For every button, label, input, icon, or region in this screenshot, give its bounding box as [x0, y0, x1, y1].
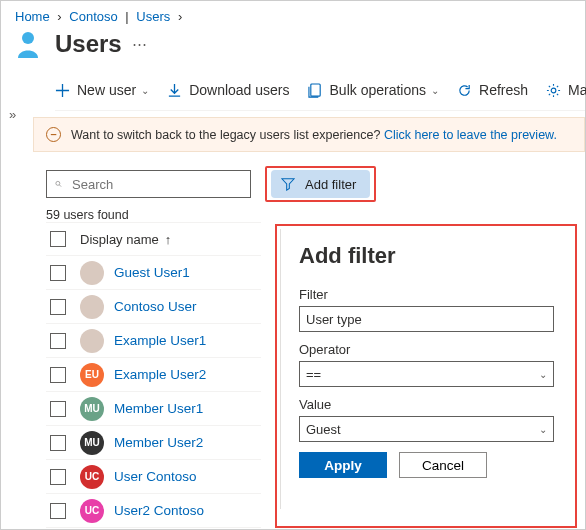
- add-filter-label: Add filter: [305, 177, 356, 192]
- bulk-label: Bulk operations: [330, 82, 427, 98]
- operator-field-label: Operator: [299, 342, 554, 357]
- add-filter-panel-highlight: Add filter Filter User type Operator == …: [275, 224, 577, 528]
- collapse-banner-icon[interactable]: –: [46, 127, 61, 142]
- row-checkbox[interactable]: [50, 469, 66, 485]
- table-row: Guest User1: [46, 256, 261, 290]
- chevron-down-icon: ⌄: [431, 85, 439, 96]
- download-users-button[interactable]: Download users: [167, 82, 289, 98]
- select-all-checkbox[interactable]: [50, 231, 66, 247]
- cancel-button[interactable]: Cancel: [399, 452, 487, 478]
- apply-button[interactable]: Apply: [299, 452, 387, 478]
- table-row: EUExample User2: [46, 358, 261, 392]
- operator-select[interactable]: == ⌄: [299, 361, 554, 387]
- user-link[interactable]: Contoso User: [114, 299, 197, 314]
- avatar: UC: [80, 499, 104, 523]
- filter-field-value: User type: [306, 312, 362, 327]
- breadcrumb-sep: ›: [178, 9, 182, 24]
- refresh-button[interactable]: Refresh: [457, 82, 528, 98]
- breadcrumb: Home › Contoso | Users ›: [1, 1, 585, 24]
- table-header: Display name ↑: [46, 222, 261, 256]
- user-link[interactable]: Guest User1: [114, 265, 190, 280]
- svg-point-3: [56, 181, 60, 185]
- bulk-icon: [308, 83, 323, 98]
- plus-icon: [55, 83, 70, 98]
- svg-rect-1: [310, 83, 319, 95]
- filter-icon: [281, 177, 295, 191]
- user-link[interactable]: Example User2: [114, 367, 206, 382]
- download-icon: [167, 83, 182, 98]
- operator-value: ==: [306, 367, 321, 382]
- breadcrumb-sep: |: [125, 9, 128, 24]
- table-row: UCUser2 Contoso: [46, 494, 261, 528]
- banner-text: Want to switch back to the legacy users …: [71, 128, 384, 142]
- leave-preview-link[interactable]: Click here to leave the preview.: [384, 128, 557, 142]
- add-filter-button[interactable]: Add filter: [271, 170, 370, 198]
- avatar: EU: [80, 363, 104, 387]
- row-checkbox[interactable]: [50, 401, 66, 417]
- panel-title: Add filter: [299, 243, 554, 269]
- display-name-column-header[interactable]: Display name ↑: [80, 232, 171, 247]
- user-link[interactable]: User2 Contoso: [114, 503, 204, 518]
- filter-field-label: Filter: [299, 287, 554, 302]
- users-table: Display name ↑ Guest User1Contoso UserEx…: [46, 222, 261, 528]
- avatar: MU: [80, 431, 104, 455]
- value-value: Guest: [306, 422, 341, 437]
- search-input[interactable]: [70, 176, 242, 193]
- chevron-down-icon: ⌄: [539, 424, 547, 435]
- row-checkbox[interactable]: [50, 435, 66, 451]
- svg-point-2: [551, 88, 556, 93]
- display-name-label: Display name: [80, 232, 159, 247]
- manage-button[interactable]: Mar: [546, 82, 586, 98]
- download-label: Download users: [189, 82, 289, 98]
- chevron-down-icon: ⌄: [141, 85, 149, 96]
- table-row: MUMember User2: [46, 426, 261, 460]
- row-checkbox[interactable]: [50, 333, 66, 349]
- add-filter-highlight: Add filter: [265, 166, 376, 202]
- expand-sidebar-icon[interactable]: »: [9, 107, 16, 122]
- user-link[interactable]: User Contoso: [114, 469, 197, 484]
- refresh-label: Refresh: [479, 82, 528, 98]
- user-link[interactable]: Member User1: [114, 401, 203, 416]
- bulk-operations-button[interactable]: Bulk operations ⌄: [308, 82, 440, 98]
- gear-icon: [546, 83, 561, 98]
- result-count: 59 users found: [46, 208, 585, 222]
- breadcrumb-section[interactable]: Users: [136, 9, 170, 24]
- avatar: MU: [80, 397, 104, 421]
- user-icon: [15, 30, 41, 58]
- sort-asc-icon: ↑: [165, 232, 172, 247]
- user-link[interactable]: Example User1: [114, 333, 206, 348]
- avatar: [80, 329, 104, 353]
- table-row: MUMember User1: [46, 392, 261, 426]
- breadcrumb-sep: ›: [57, 9, 61, 24]
- value-select[interactable]: Guest ⌄: [299, 416, 554, 442]
- preview-banner: – Want to switch back to the legacy user…: [33, 117, 585, 152]
- avatar: [80, 261, 104, 285]
- search-box[interactable]: [46, 170, 251, 198]
- table-row: Contoso User: [46, 290, 261, 324]
- row-checkbox[interactable]: [50, 503, 66, 519]
- new-user-button[interactable]: New user ⌄: [55, 82, 149, 98]
- avatar: UC: [80, 465, 104, 489]
- refresh-icon: [457, 83, 472, 98]
- new-user-label: New user: [77, 82, 136, 98]
- value-field-label: Value: [299, 397, 554, 412]
- add-filter-panel: Add filter Filter User type Operator == …: [280, 229, 572, 509]
- page-title: Users: [55, 30, 122, 58]
- more-menu[interactable]: ⋯: [132, 35, 147, 53]
- row-checkbox[interactable]: [50, 265, 66, 281]
- chevron-down-icon: ⌄: [539, 369, 547, 380]
- table-row: Example User1: [46, 324, 261, 358]
- manage-label: Mar: [568, 82, 586, 98]
- breadcrumb-home[interactable]: Home: [15, 9, 50, 24]
- search-icon: [55, 177, 62, 191]
- row-checkbox[interactable]: [50, 367, 66, 383]
- avatar: [80, 295, 104, 319]
- svg-point-0: [22, 32, 34, 44]
- table-row: UCUser Contoso: [46, 460, 261, 494]
- row-checkbox[interactable]: [50, 299, 66, 315]
- breadcrumb-org[interactable]: Contoso: [69, 9, 117, 24]
- filter-field-input[interactable]: User type: [299, 306, 554, 332]
- command-bar: New user ⌄ Download users Bulk operation…: [55, 72, 585, 111]
- user-link[interactable]: Member User2: [114, 435, 203, 450]
